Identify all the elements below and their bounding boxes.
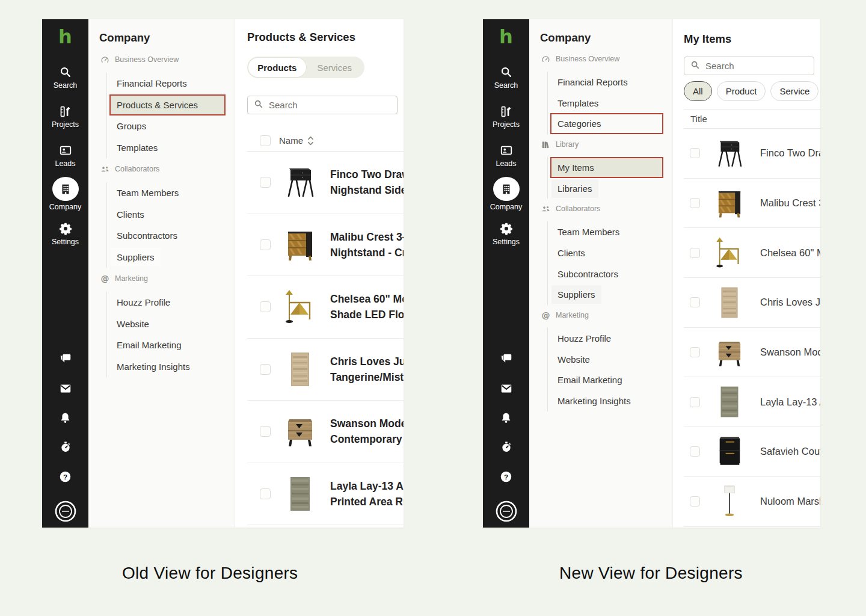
row-checkbox[interactable] bbox=[260, 177, 271, 188]
sidebar-help-icon[interactable]: ? bbox=[42, 470, 88, 483]
houzz-logo[interactable]: h bbox=[42, 28, 88, 46]
nav-item-email-marketing[interactable]: Email Marketing bbox=[109, 334, 226, 356]
row-checkbox[interactable] bbox=[260, 488, 271, 499]
row-text: Malibu Crest 3-Dra bbox=[760, 197, 820, 209]
product-row[interactable]: Swanson ModernContemporary bbox=[247, 401, 404, 463]
product-row[interactable]: Layla Lay-13 AntiquePrinted Area Rug bbox=[247, 463, 404, 526]
nav-item-financial-reports[interactable]: Financial Reports bbox=[109, 73, 226, 94]
nav-item-website[interactable]: Website bbox=[109, 313, 226, 335]
item-row[interactable]: Swanson Modern bbox=[684, 328, 820, 378]
nav-item-houzz-profile[interactable]: Houzz Profile bbox=[550, 328, 663, 349]
item-row[interactable]: Safavieh Couture bbox=[684, 427, 820, 477]
nav-item-subcontractors[interactable]: Subcontractors bbox=[109, 225, 226, 247]
item-row[interactable]: Malibu Crest 3-Dra bbox=[684, 179, 820, 229]
row-checkbox[interactable] bbox=[260, 301, 271, 312]
nav-item-label: Groups bbox=[117, 121, 146, 131]
toggle-option-services[interactable]: Services bbox=[306, 58, 364, 77]
sidebar-item-search[interactable]: Search bbox=[483, 65, 529, 90]
sidebar-item-leads[interactable]: Leads bbox=[42, 143, 88, 168]
nav-item-financial-reports[interactable]: Financial Reports bbox=[550, 72, 663, 93]
filter-pill-service[interactable]: Service bbox=[770, 81, 818, 101]
sidebar-item-settings[interactable]: Settings bbox=[42, 221, 88, 246]
nav-item-team-members[interactable]: Team Members bbox=[550, 221, 663, 242]
product-name-line2: Printed Area Rug bbox=[330, 494, 404, 510]
row-checkbox[interactable] bbox=[690, 397, 700, 407]
sidebar-item-search[interactable]: Search bbox=[42, 65, 88, 90]
nav-item-suppliers[interactable]: Suppliers bbox=[109, 247, 226, 268]
filter-pill-product[interactable]: Product bbox=[717, 81, 766, 101]
product-row[interactable]: Malibu Crest 3-DrawerNightstand - Cream bbox=[247, 214, 404, 277]
nav-item-products-services[interactable]: Products & Services bbox=[109, 94, 226, 116]
sidebar-item-company[interactable]: Company bbox=[42, 177, 88, 211]
item-title: Finco Two Drawer bbox=[760, 147, 820, 159]
sidebar-item-projects[interactable]: Projects bbox=[483, 104, 529, 129]
product-name-line2: Shade LED Floor Lamp bbox=[330, 307, 404, 322]
houzz-logo[interactable]: h bbox=[483, 28, 529, 46]
row-checkbox[interactable] bbox=[690, 347, 700, 357]
row-checkbox[interactable] bbox=[260, 239, 271, 250]
row-checkbox[interactable] bbox=[690, 297, 700, 307]
row-checkbox[interactable] bbox=[260, 426, 271, 437]
nav-section-label: Marketing bbox=[115, 274, 148, 283]
sidebar-item-company[interactable]: Company bbox=[483, 177, 529, 211]
row-checkbox[interactable] bbox=[690, 248, 700, 258]
nav-item-marketing-insights[interactable]: Marketing Insights bbox=[109, 356, 226, 378]
sidebar-help-icon[interactable]: ? bbox=[483, 470, 529, 483]
toggle-option-products[interactable]: Products bbox=[248, 58, 306, 77]
sidebar-mail-icon[interactable] bbox=[42, 382, 88, 395]
nav-section-header: Collaborators bbox=[529, 199, 672, 219]
row-checkbox[interactable] bbox=[690, 446, 700, 457]
sidebar-item-label: Settings bbox=[52, 238, 79, 246]
nav-item-website[interactable]: Website bbox=[550, 349, 663, 370]
nav-item-email-marketing[interactable]: Email Marketing bbox=[550, 370, 663, 391]
row-checkbox[interactable] bbox=[690, 198, 700, 208]
filter-pill-all[interactable]: All bbox=[684, 81, 712, 101]
user-avatar[interactable] bbox=[42, 500, 88, 522]
nav-item-categories[interactable]: Categories bbox=[550, 113, 663, 134]
product-row[interactable]: Chris Loves JuliaTangerine/Mist Rug bbox=[247, 339, 404, 401]
row-checkbox[interactable] bbox=[690, 148, 700, 158]
item-row[interactable]: Layla Lay-13 Anti bbox=[684, 377, 820, 427]
item-row[interactable]: Chris Loves Julia bbox=[684, 278, 820, 328]
nav-item-templates[interactable]: Templates bbox=[109, 137, 226, 159]
item-row[interactable]: Chelsea 60" Meta bbox=[684, 228, 820, 278]
nav-item-groups[interactable]: Groups bbox=[109, 116, 226, 137]
nav-item-label: Subcontractors bbox=[557, 269, 618, 279]
sidebar-messages-icon[interactable] bbox=[42, 352, 88, 365]
product-name-line1: Finco Two Drawer bbox=[330, 167, 404, 182]
sort-icon[interactable] bbox=[307, 135, 314, 146]
select-all-checkbox[interactable] bbox=[260, 135, 271, 146]
nav-item-suppliers[interactable]: Suppliers bbox=[550, 285, 663, 306]
product-row[interactable]: Finco Two DrawerNighstand Sidetable bbox=[247, 152, 404, 214]
nav-item-team-members[interactable]: Team Members bbox=[109, 182, 226, 204]
nav-item-houzz-profile[interactable]: Houzz Profile bbox=[109, 292, 226, 313]
item-row[interactable]: Nuloom Marshall bbox=[684, 477, 820, 527]
search-input[interactable]: Search bbox=[684, 57, 814, 75]
sidebar-item-settings[interactable]: Settings bbox=[483, 221, 529, 246]
sidebar-timer-icon[interactable] bbox=[42, 441, 88, 453]
sidebar-timer-icon[interactable] bbox=[483, 441, 529, 453]
user-avatar[interactable] bbox=[483, 500, 529, 522]
product-image-rug-green bbox=[281, 475, 319, 513]
nav-item-my-items[interactable]: My Items bbox=[550, 157, 663, 178]
sidebar-item-leads[interactable]: Leads bbox=[483, 143, 529, 168]
app-sidebar: h Search Projects Leads Company Settings… bbox=[42, 19, 88, 528]
product-row[interactable]: Chelsea 60" MetalShade LED Floor Lamp bbox=[247, 276, 404, 339]
row-checkbox[interactable] bbox=[260, 364, 271, 375]
row-text: Chelsea 60" MetalShade LED Floor Lamp bbox=[330, 291, 404, 322]
nav-item-marketing-insights[interactable]: Marketing Insights bbox=[550, 390, 663, 411]
sidebar-notifications-icon[interactable] bbox=[483, 411, 529, 424]
nav-item-templates[interactable]: Templates bbox=[550, 93, 663, 114]
sidebar-item-label: Settings bbox=[493, 238, 520, 246]
nav-item-libraries[interactable]: Libraries bbox=[550, 178, 663, 199]
sidebar-mail-icon[interactable] bbox=[483, 382, 529, 395]
nav-item-clients[interactable]: Clients bbox=[109, 204, 226, 226]
row-checkbox[interactable] bbox=[690, 496, 700, 507]
sidebar-notifications-icon[interactable] bbox=[42, 411, 88, 424]
search-input[interactable]: Search bbox=[247, 96, 398, 114]
sidebar-item-projects[interactable]: Projects bbox=[42, 104, 88, 129]
nav-item-subcontractors[interactable]: Subcontractors bbox=[550, 263, 663, 285]
nav-item-clients[interactable]: Clients bbox=[550, 242, 663, 263]
sidebar-messages-icon[interactable] bbox=[483, 352, 529, 365]
item-row[interactable]: Finco Two Drawer bbox=[684, 129, 820, 179]
